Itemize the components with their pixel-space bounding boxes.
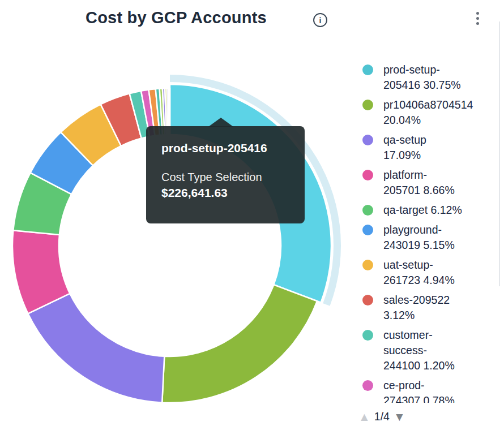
legend-item[interactable]: qa-target 6.12% xyxy=(362,203,504,218)
legend-label: ce-prod- 274307 0.78% xyxy=(383,378,455,403)
legend-swatch-icon xyxy=(362,295,373,305)
legend-item[interactable]: platform- 205701 8.66% xyxy=(362,167,504,198)
legend-item[interactable]: pr10406a8704514 20.04% xyxy=(362,97,504,128)
legend-label: pr10406a8704514 20.04% xyxy=(383,97,473,128)
legend-item[interactable]: sales-209522 3.12% xyxy=(362,292,504,323)
kebab-menu-icon[interactable] xyxy=(472,9,483,27)
legend-item[interactable]: prod-setup- 205416 30.75% xyxy=(362,62,504,93)
legend-label: sales-209522 3.12% xyxy=(383,292,450,323)
legend-list: prod-setup- 205416 30.75%pr10406a8704514… xyxy=(362,62,504,403)
legend-swatch-icon xyxy=(362,170,373,180)
donut-slice-pr10406a8704514[interactable] xyxy=(162,285,317,403)
panel-divider xyxy=(499,21,500,286)
donut-slice-qa-setup[interactable] xyxy=(28,294,164,403)
legend-swatch-icon xyxy=(362,135,373,145)
chart-tooltip: prod-setup-205416 Cost Type Selection $2… xyxy=(146,126,305,223)
legend-item[interactable]: customer- success- 244100 1.20% xyxy=(362,328,504,373)
tooltip-metric-label: Cost Type Selection xyxy=(161,170,293,184)
legend-swatch-icon xyxy=(362,380,373,391)
legend-label: playground- 243019 5.15% xyxy=(383,222,455,253)
tooltip-value: $226,641.63 xyxy=(161,186,293,200)
legend-label: customer- success- 244100 1.20% xyxy=(383,328,455,373)
legend-page-down-icon[interactable]: ▼ xyxy=(394,411,405,423)
legend-label: qa-target 6.12% xyxy=(383,203,462,218)
legend-page-up-icon[interactable]: ▲ xyxy=(358,411,370,423)
legend-label: qa-setup 17.09% xyxy=(383,132,426,163)
legend-swatch-icon xyxy=(362,64,373,75)
legend-item[interactable]: playground- 243019 5.15% xyxy=(362,222,504,253)
legend-swatch-icon xyxy=(362,330,373,341)
legend-pagination: ▲ 1/4 ▼ xyxy=(358,408,405,425)
legend-swatch-icon xyxy=(362,260,373,270)
legend-item[interactable]: uat-setup- 261723 4.94% xyxy=(362,257,504,288)
legend-swatch-icon xyxy=(362,205,373,216)
legend-item[interactable]: ce-prod- 274307 0.78% xyxy=(362,378,504,403)
legend-label: uat-setup- 261723 4.94% xyxy=(383,257,455,288)
legend-label: platform- 205701 8.66% xyxy=(383,167,455,198)
legend-item[interactable]: qa-setup 17.09% xyxy=(362,132,504,163)
legend-swatch-icon xyxy=(362,225,373,235)
tooltip-series-name: prod-setup-205416 xyxy=(161,141,293,155)
legend-label: prod-setup- 205416 30.75% xyxy=(383,62,461,93)
legend-swatch-icon xyxy=(362,100,373,110)
legend-page-label: 1/4 xyxy=(374,410,390,423)
